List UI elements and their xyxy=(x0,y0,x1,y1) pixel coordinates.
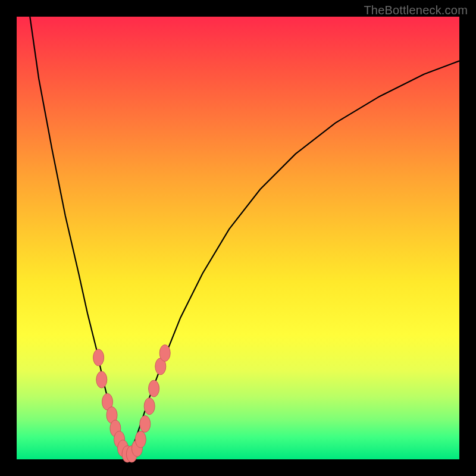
bead xyxy=(140,416,151,433)
bead xyxy=(149,380,159,397)
chart-svg xyxy=(17,17,459,459)
watermark-text: TheBottleneck.com xyxy=(364,4,468,17)
chart-plot-area xyxy=(17,17,459,459)
bead xyxy=(159,345,170,361)
bottleneck-curve xyxy=(30,17,459,455)
bead xyxy=(144,398,155,415)
bead xyxy=(96,371,107,388)
bead xyxy=(135,431,146,448)
bead xyxy=(93,349,104,366)
highlighted-beads xyxy=(93,345,171,462)
